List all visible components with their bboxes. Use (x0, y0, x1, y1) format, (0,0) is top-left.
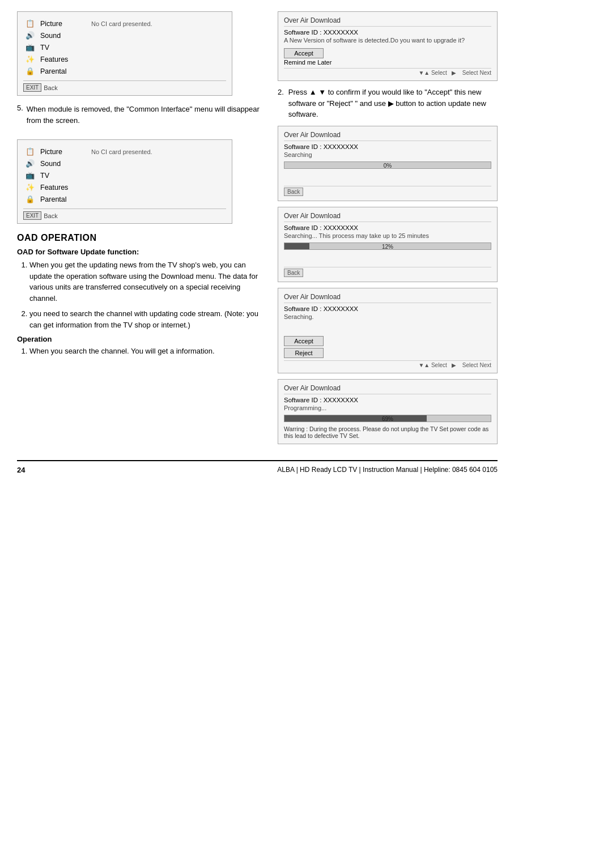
step5-number: 5. (17, 104, 23, 131)
oad-step-1: When you get the updating news from the … (29, 259, 266, 304)
tv-icon-1: 📺 (26, 43, 38, 52)
operation-section: Operation When you search the channel. Y… (17, 335, 266, 357)
oad-buttons-4: Accept Reject (284, 336, 491, 358)
right-column: Over Air Download Software ID : XXXXXXXX… (278, 11, 498, 450)
oad-footer-1: ▼▲ Select ▶ Select Next (284, 68, 491, 76)
oad-back-footer-3: Back (284, 267, 491, 277)
menu-item-picture-2: 📋 Picture No CI card presented. (23, 146, 226, 158)
parental-icon-2: 🔒 (26, 195, 38, 203)
picture-icon: 📋 (26, 19, 38, 28)
oad-steps-list: When you get the updating news from the … (29, 259, 266, 330)
back-label-1: Back (44, 84, 57, 91)
oad-software-id-1: Software ID : XXXXXXXX (284, 29, 491, 36)
operation-step-1: When you search the channel. You will ge… (29, 346, 266, 357)
oad-box-4: Over Air Download Software ID : XXXXXXXX… (278, 288, 498, 373)
sound-icon-1: 🔊 (26, 31, 38, 40)
operation-heading: Operation (17, 335, 266, 343)
progress-bar-3: 12% (284, 242, 491, 250)
step2-number: 2. (278, 87, 284, 120)
oad-buttons-1: Accept Remind me Later (284, 48, 491, 66)
menu-label-sound-1: Sound (40, 32, 86, 40)
picture-icon-2: 📋 (26, 147, 38, 156)
menu-label-parental-1: Parental (40, 67, 86, 75)
menu-label-features-1: Features (40, 56, 86, 63)
menu-item-parental-2: 🔒 Parental (23, 193, 226, 205)
oad-step-2: you need to search the channel with upda… (29, 308, 266, 330)
oad-title-1: Over Air Download (284, 16, 491, 27)
step5-block: 5. When module is removed, the "Common I… (17, 104, 266, 131)
oad-box-3: Over Air Download Software ID : XXXXXXXX… (278, 207, 498, 282)
oad-software-id-3: Software ID : XXXXXXXX (284, 224, 491, 231)
menu-item-picture: 📋 Picture No CI card presented. (23, 18, 226, 29)
oad-box-2: Over Air Download Software ID : XXXXXXXX… (278, 126, 498, 201)
menu-item-features-1: ✨ Features (23, 53, 226, 65)
menu-label-tv-1: TV (40, 44, 86, 52)
oad-status-2: Searching (284, 151, 491, 158)
oad-software-id-5: Software ID : XXXXXXXX (284, 397, 491, 403)
footer-text: ALBA | HD Ready LCD TV | Instruction Man… (277, 466, 498, 474)
oad-remind-btn-1[interactable]: Remind me Later (284, 59, 491, 66)
oad-title-4: Over Air Download (284, 293, 491, 303)
select-next-icon-1: ▼▲ Select ▶ Select Next (418, 70, 491, 76)
oad-accept-btn-1[interactable]: Accept (284, 48, 324, 58)
menu-label-picture: Picture (40, 20, 86, 28)
exit-button-1[interactable]: EXIT (23, 83, 41, 92)
progress-label-3: 12% (284, 243, 491, 250)
section-heading-oad: OAD OPERATION (17, 233, 266, 243)
menu-item-tv-1: 📺 TV (23, 41, 226, 53)
oad-box-5: Over Air Download Software ID : XXXXXXXX… (278, 379, 498, 444)
menu-label-sound-2: Sound (40, 160, 86, 168)
menu-label-features-2: Features (40, 184, 86, 192)
oad-software-id-2: Software ID : XXXXXXXX (284, 143, 491, 150)
menu-item-parental-1: 🔒 Parental (23, 65, 226, 77)
oad-back-btn-3[interactable]: Back (284, 269, 303, 277)
progress-label-5: 69% (284, 415, 491, 423)
page-number: 24 (17, 466, 25, 474)
next-label-4: Select Next (462, 362, 491, 368)
oad-title-2: Over Air Download (284, 131, 491, 141)
tv-menu-box-1: 📋 Picture No CI card presented. 🔊 Sound … (17, 11, 232, 96)
menu-label-tv-2: TV (40, 172, 86, 180)
oad-back-btn-2[interactable]: Back (284, 188, 303, 196)
menu-item-sound-1: 🔊 Sound (23, 29, 226, 41)
menu-value-picture-2: No CI card presented. (91, 148, 152, 155)
oad-accept-btn-4[interactable]: Accept (284, 336, 324, 346)
exit-button-2[interactable]: EXIT (23, 211, 41, 220)
sound-icon-2: 🔊 (26, 159, 38, 168)
oad-reject-btn-4[interactable]: Reject (284, 348, 324, 358)
menu-label-picture-2: Picture (40, 148, 86, 156)
page: 📋 Picture No CI card presented. 🔊 Sound … (0, 0, 515, 479)
oad-status-3: Searching... This process may take up to… (284, 232, 491, 239)
next-label-1: Select Next (462, 70, 491, 76)
parental-icon-1: 🔒 (26, 67, 38, 75)
oad-status-5: Programming... (284, 405, 491, 411)
features-icon-1: ✨ (26, 55, 38, 63)
oad-msg-1: A New Version of software is detected.Do… (284, 37, 491, 44)
oad-box-1: Over Air Download Software ID : XXXXXXXX… (278, 11, 498, 81)
back-label-2: Back (44, 212, 57, 219)
progress-bar-5: 69% (284, 415, 491, 422)
oad-back-footer-2: Back (284, 186, 491, 196)
oad-title-3: Over Air Download (284, 212, 491, 222)
left-column: 📋 Picture No CI card presented. 🔊 Sound … (17, 11, 266, 450)
page-footer: 24 ALBA | HD Ready LCD TV | Instruction … (17, 460, 498, 479)
oad-status-4: Seraching. (284, 313, 491, 320)
menu-footer-2: EXIT Back (23, 209, 226, 220)
tv-icon-2: 📺 (26, 171, 38, 180)
operation-steps-list: When you search the channel. You will ge… (29, 346, 266, 357)
menu-footer-1: EXIT Back (23, 80, 226, 92)
menu-value-picture: No CI card presented. (91, 20, 152, 27)
progress-bar-2: 0% (284, 161, 491, 169)
step2-intro: 2. Press ▲ ▼ to confirm if you would lik… (278, 87, 498, 120)
menu-item-features-2: ✨ Features (23, 181, 226, 193)
features-icon-2: ✨ (26, 183, 38, 192)
warring-text-5: Warring : During the process. Please do … (284, 426, 491, 439)
progress-label-2: 0% (284, 162, 491, 169)
main-content: 📋 Picture No CI card presented. 🔊 Sound … (17, 11, 498, 450)
menu-item-tv-2: 📺 TV (23, 169, 226, 181)
oad-title-5: Over Air Download (284, 384, 491, 394)
menu-item-sound-2: 🔊 Sound (23, 158, 226, 169)
oad-sub-heading: OAD for Software Update function: (17, 248, 266, 256)
step5-text: When module is removed, the "Common Inte… (27, 104, 266, 126)
menu-label-parental-2: Parental (40, 195, 86, 203)
